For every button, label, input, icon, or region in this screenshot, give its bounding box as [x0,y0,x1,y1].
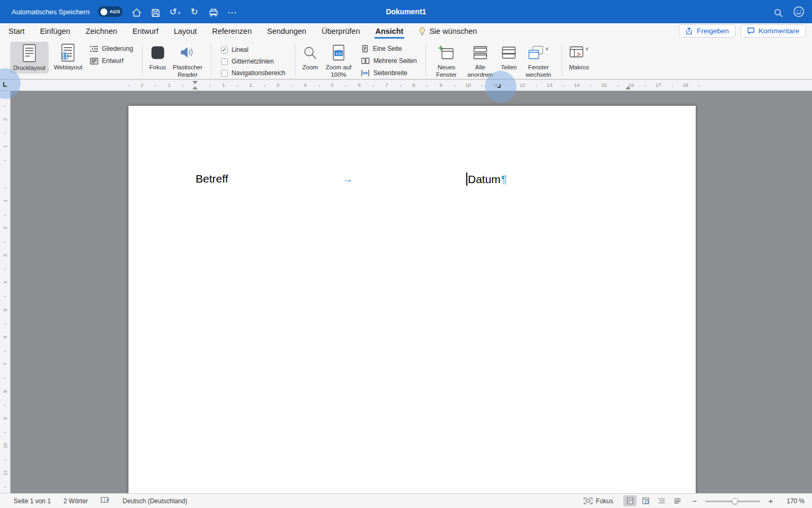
page-indicator[interactable]: Seite 1 von 1 [14,497,51,505]
document-page[interactable]: Betreff → Datum ¶ [128,106,696,493]
ribbon-divider [142,43,143,76]
multiple-pages-button[interactable]: Mehrere Seiten [361,57,417,65]
tell-me-button[interactable]: Sie wünschen [419,27,477,35]
magnifier-icon [303,46,317,60]
ruler-tick [264,85,265,87]
account-smiley-icon [793,6,805,17]
ruler-tick [4,378,6,378]
chevron-down-icon: ∨ [178,11,181,17]
ruler-number: 16 [629,82,634,88]
multiple-pages-icon [361,57,370,65]
tab-ueberpruefen[interactable]: Überprüfen [321,27,360,35]
ruler-tick [4,459,6,460]
autosave-toggle[interactable]: AUS [98,6,123,17]
gridlines-checkbox[interactable]: Gitternetzlinien [221,58,285,65]
one-page-button[interactable]: Eine Seite [361,45,417,52]
spellcheck-button[interactable] [100,496,110,506]
ruler-number: 2 [250,82,252,88]
zoom-button[interactable]: Zoom [302,42,318,71]
ruler-number: 3 [2,250,8,260]
ruler-tick [509,85,510,87]
language-indicator[interactable]: Deutsch (Deutschland) [123,497,187,505]
ruler-number: 4 [2,277,8,287]
tab-entwurf[interactable]: Entwurf [133,27,159,35]
undo-button[interactable]: ↺∨ [169,6,180,17]
navigation-pane-checkbox[interactable]: Navigationsbereich [221,69,285,77]
arrange-all-button[interactable]: Alle anordnen [465,42,495,78]
immersive-reader-button[interactable]: Plastischer Reader [171,42,204,78]
title-bar: Automatisches Speichern AUS ↺∨ ↻ ⋯ Dokum… [0,0,812,23]
ruler-tick [237,85,238,87]
ruler-tick [536,85,537,87]
tab-referenzen[interactable]: Referenzen [212,27,252,35]
ruler-checkbox[interactable]: Lineal [221,46,285,53]
share-label: Freigeben [697,27,729,35]
print-button[interactable] [208,6,219,17]
ruler-number: 2 [2,114,8,124]
draft-view-button[interactable]: Entwurf [90,57,133,65]
account-button[interactable] [793,6,805,17]
status-bar: Seite 1 von 1 2 Wörter Deutsch (Deutschl… [0,493,812,508]
lines-icon [674,498,681,504]
zoom-slider[interactable] [705,497,760,505]
word-count[interactable]: 2 Wörter [63,497,88,505]
home-button[interactable] [131,6,142,17]
tab-einfuegen[interactable]: Einfügen [40,27,70,35]
tab-start[interactable]: Start [8,27,25,35]
redo-button[interactable]: ↻ [189,6,200,17]
ruler-tick [4,160,6,161]
more-commands-button[interactable]: ⋯ [227,6,238,17]
view-print-layout-button[interactable] [623,495,636,506]
page-width-button[interactable]: Seitenbreite [361,69,417,77]
vertical-ruler[interactable]: 211234567891011 [0,91,11,493]
switch-window-button[interactable]: ∨ Fenster wechseln [522,42,555,78]
ruler-tick [4,215,6,215]
view-outline-button[interactable] [655,495,668,506]
tab-sendungen[interactable]: Sendungen [267,27,306,35]
split-button[interactable]: Teilen [501,42,516,71]
tab-layout[interactable]: Layout [174,27,197,35]
checkbox-unchecked-icon [221,70,228,77]
page-width-label: Seitenbreite [373,69,407,77]
subject-text[interactable]: Betreff [196,173,228,185]
list-icon [658,498,665,504]
date-text[interactable]: Datum [468,173,501,186]
ruler-tick [4,432,6,433]
zoom-in-button[interactable] [767,496,774,505]
ribbon-divider [211,43,211,76]
ruler-tick [699,85,699,87]
view-draft-button[interactable] [671,495,684,506]
split-label: Teilen [501,64,516,71]
tab-zeichnen[interactable]: Zeichnen [86,27,117,35]
macros-button[interactable]: ∨ Makros [569,42,589,71]
web-layout-view-button[interactable]: Weblayout [54,42,82,71]
checkbox-checked-icon [221,47,228,53]
zoom-slider-knob[interactable] [732,498,738,504]
first-line-indent-marker[interactable] [192,81,198,84]
tab-selector-icon[interactable] [3,82,7,87]
new-window-button[interactable]: Neues Fenster [433,42,459,78]
ruler-tick [4,242,6,242]
print-layout-label: Drucklayout [13,65,45,72]
left-indent-marker[interactable] [192,86,198,89]
horizontal-ruler[interactable]: 21123456789101112131415161718 [0,79,812,91]
comments-button[interactable]: Kommentare [741,24,806,38]
save-button[interactable] [150,6,161,17]
tab-stop-marker[interactable] [497,84,501,88]
search-button[interactable] [773,6,783,17]
view-web-layout-button[interactable] [639,495,652,506]
zoom-percentage[interactable]: 170 % [781,497,805,505]
ruler-number: 7 [2,359,8,369]
outline-view-button[interactable]: Gliederung [90,45,133,52]
tab-ansicht[interactable]: Ansicht [375,27,403,35]
ruler-tick [617,85,618,87]
focus-toggle-button[interactable]: Fokus [584,497,613,505]
print-layout-view-button[interactable]: Drucklayout [10,42,49,74]
focus-view-button[interactable]: Fokus [150,42,166,71]
zoom-out-button[interactable] [691,496,698,505]
home-icon [132,8,142,17]
share-button[interactable]: Freigeben [679,24,735,38]
zoom-100-button[interactable]: 100 Zoom auf 100% [323,42,354,78]
zoom-100-label: Zoom auf 100% [323,64,354,78]
ruler-tick [4,487,6,487]
